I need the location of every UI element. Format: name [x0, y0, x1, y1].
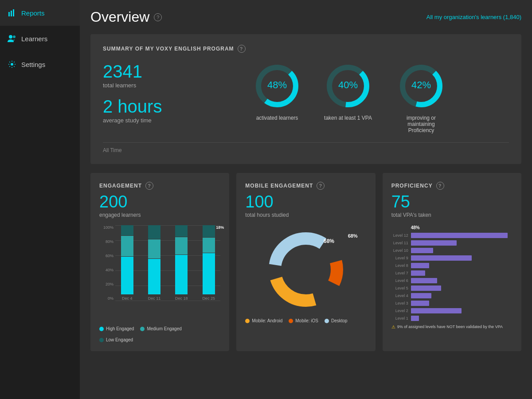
bottom-row: ENGAGEMENT ? 200 engaged learners — [90, 173, 521, 351]
prof-bar-level5: Level 5 — [391, 286, 512, 291]
mobile-engagement-help-icon[interactable]: ? — [317, 182, 325, 190]
proficiency-card: PROFICIENCY ? 75 total VPA's taken 48% L… — [383, 173, 521, 351]
y-axis: 100% 80% 60% 40% 20% 0% — [99, 225, 115, 309]
engagement-bar-chart: 100% 80% 60% 40% 20% 0% — [99, 225, 220, 323]
mobile-engagement-card: MOBILE ENGAGEMENT ? 100 total hours stud… — [236, 173, 375, 351]
low-engaged-dot — [99, 338, 104, 342]
summary-footer: All Time — [103, 142, 509, 153]
warning-icon: ⚠ — [391, 325, 395, 329]
total-learners-label: total learners — [103, 82, 174, 89]
avg-study-time-number: 2 hours — [103, 98, 174, 115]
svg-text:42%: 42% — [411, 79, 431, 90]
prof-bar-level10: Level 10 — [391, 248, 512, 253]
sidebar-label-settings: Settings — [21, 61, 45, 68]
proficiency-bars: Level 12 Level 11 Level 10 Level 9 Level… — [391, 233, 512, 321]
donut-chart-proficiency: 42% — [397, 62, 446, 110]
mobile-donut-chart: 68% 68% — [245, 225, 366, 314]
high-engaged-dot — [99, 327, 104, 331]
ios-dot — [289, 319, 293, 323]
sidebar-item-learners[interactable]: Learners — [0, 26, 80, 51]
donut-vpa: 40% taken at least 1 VPA — [324, 62, 372, 133]
sidebar: Reports Learners Settings — [0, 0, 80, 399]
svg-text:48%: 48% — [267, 79, 287, 90]
page-title-group: Overview ? — [90, 9, 162, 25]
legend-android: Mobile: Android — [245, 318, 282, 323]
prof-bar-level3: Level 3 — [391, 301, 512, 306]
svg-rect-1 — [11, 11, 12, 16]
sidebar-item-settings[interactable]: Settings — [0, 51, 80, 77]
donut-proficiency: 42% improving or maintaining Proficiency — [395, 62, 448, 133]
header-subtitle: All my organization's learners (1,840) — [426, 14, 521, 20]
proficiency-sublabel: total VPA's taken — [391, 212, 512, 218]
engagement-title: ENGAGEMENT ? — [99, 182, 220, 190]
medium-engaged-dot — [140, 327, 145, 331]
prof-bar-level6: Level 6 — [391, 278, 512, 283]
engagement-legend: High Engaged Medium Engaged Low Engaged — [99, 326, 220, 342]
summary-help-icon[interactable]: ? — [238, 45, 246, 53]
donut-chart-vpa: 40% — [324, 62, 372, 110]
mobile-legend: Mobile: Android Mobile: iOS Desktop — [245, 318, 366, 323]
svg-text:40%: 40% — [338, 79, 358, 90]
mobile-engagement-title: MOBILE ENGAGEMENT ? — [245, 182, 366, 190]
engagement-sublabel: engaged learners — [99, 212, 220, 218]
summary-stats: 2341 total learners 2 hours average stud… — [103, 63, 174, 133]
legend-desktop: Desktop — [325, 318, 348, 323]
donut-vpa-label: taken at least 1 VPA — [324, 115, 372, 121]
prof-bar-level11: Level 11 — [391, 240, 512, 246]
legend-medium: Medium Engaged — [140, 326, 181, 331]
legend-high: High Engaged — [99, 326, 134, 331]
prof-bar-level8: Level 8 — [391, 263, 512, 268]
main-content: Overview ? All my organization's learner… — [80, 0, 532, 399]
avg-study-time-label: average study time — [103, 117, 174, 124]
proficiency-help-icon[interactable]: ? — [436, 182, 444, 190]
mobile-sublabel: total hours studied — [245, 212, 366, 218]
svg-point-3 — [9, 35, 12, 39]
gear-icon — [7, 59, 17, 69]
svg-rect-2 — [13, 9, 14, 16]
sidebar-item-reports[interactable]: Reports — [0, 0, 80, 26]
learners-icon — [7, 34, 17, 43]
prof-bar-level4: Level 4 — [391, 293, 512, 298]
prof-bar-level12: Level 12 — [391, 233, 512, 238]
summary-title: SUMMARY OF MY VOXY ENGLISH PROGRAM ? — [103, 45, 509, 53]
engagement-card: ENGAGEMENT ? 200 engaged learners — [90, 173, 229, 351]
page-title: Overview — [90, 9, 149, 25]
engagement-number: 200 — [99, 193, 220, 210]
bar-chart-icon — [7, 8, 17, 18]
prof-bar-level9: Level 9 — [391, 255, 512, 261]
donut-proficiency-label: improving or maintaining Proficiency — [395, 115, 448, 133]
mobile-number: 100 — [245, 193, 366, 210]
desktop-dot — [325, 319, 329, 323]
summary-content: 2341 total learners 2 hours average stud… — [103, 62, 509, 133]
proficiency-title: PROFICIENCY ? — [391, 182, 512, 190]
svg-point-5 — [11, 63, 13, 66]
sidebar-label-learners: Learners — [21, 35, 47, 43]
engagement-help-icon[interactable]: ? — [145, 182, 153, 190]
legend-low: Low Engaged — [99, 337, 133, 342]
mobile-pct-label: 68% — [348, 233, 358, 239]
prof-bar-level2: Level 2 — [391, 308, 512, 313]
donut-group: 48% activated learners 40% taken at leas… — [192, 62, 509, 133]
summary-card: SUMMARY OF MY VOXY ENGLISH PROGRAM ? 234… — [90, 34, 521, 164]
donut-activated: 48% activated learners — [253, 62, 301, 133]
donut-activated-label: activated learners — [256, 115, 298, 121]
proficiency-warning: ⚠ 9% of assigned levels have NOT been va… — [391, 325, 512, 329]
total-learners-number: 2341 — [103, 63, 174, 80]
sidebar-label-reports: Reports — [21, 9, 45, 17]
svg-text:68%: 68% — [324, 238, 334, 244]
overview-help-icon[interactable]: ? — [154, 13, 162, 21]
legend-ios: Mobile: iOS — [289, 318, 318, 323]
mobile-donut-svg: 68% — [262, 225, 350, 314]
prof-bar-level1: Level 1 — [391, 316, 512, 321]
prof-top-pct: 48% — [391, 225, 512, 230]
page-header: Overview ? All my organization's learner… — [90, 9, 521, 25]
android-dot — [245, 319, 250, 323]
svg-rect-0 — [8, 12, 10, 16]
svg-point-4 — [13, 35, 16, 38]
donut-chart-activated: 48% — [253, 62, 301, 110]
prof-bar-level7: Level 7 — [391, 270, 512, 276]
proficiency-number: 75 — [391, 193, 512, 210]
